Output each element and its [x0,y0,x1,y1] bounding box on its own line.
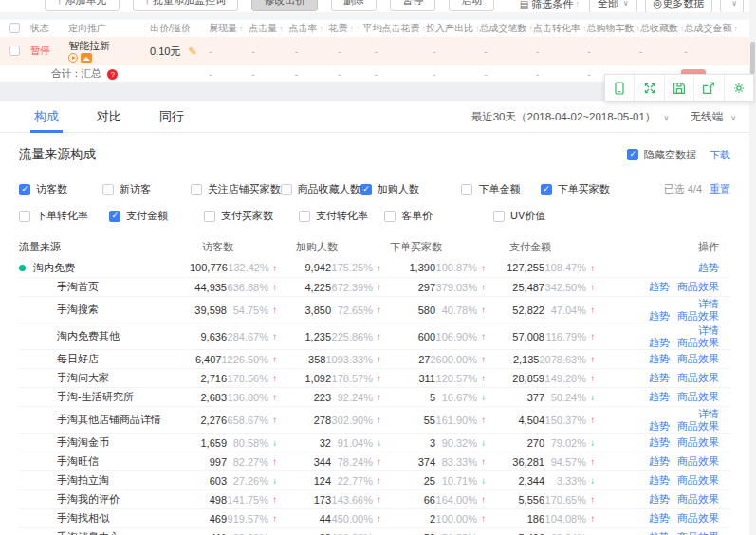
settings-gear-icon[interactable] [725,75,753,101]
traffic-source-name[interactable]: 手淘我的评价 [19,492,190,507]
action-link[interactable]: 商品效果 [677,436,719,448]
reset-link[interactable]: 重置 [710,183,730,194]
metric-filter-2[interactable]: 新访客 [102,182,191,196]
checkbox-checked-icon[interactable] [109,211,120,222]
traffic-source-name[interactable]: 手淘-生活研究所 [19,390,190,404]
help-icon[interactable]: ? [107,69,118,80]
mobile-preview-icon[interactable] [605,75,635,101]
traffic-source-name[interactable]: 每日好店 [19,352,190,366]
share-icon[interactable] [694,75,724,101]
campaign-name[interactable]: 智能拉新 [68,40,150,51]
checkbox-icon[interactable] [461,184,472,195]
action-link[interactable]: 趋势 [649,281,670,292]
action-link[interactable]: 趋势 [649,337,670,348]
terminal-selector[interactable]: 无线端 ∨ [690,110,736,124]
date-range-selector[interactable]: 最近30天（2018-04-02~2018-05-01） ∨ [471,110,670,124]
action-link[interactable]: 趋势 [649,474,670,486]
page-scrollbar-thumb[interactable] [750,42,755,74]
traffic-source-name[interactable]: 手淘旺信 [19,454,190,469]
metric-filter-5[interactable]: 客单价 [384,209,493,223]
checkbox-icon[interactable] [493,211,505,222]
traffic-source-name[interactable]: 淘内免费其他 [19,329,190,343]
action-link[interactable]: 商品效果 [677,512,719,524]
action-link[interactable]: 商品效果 [677,531,719,535]
row-checkbox[interactable] [9,46,20,56]
metric-filter-2[interactable]: 支付金额 [109,209,204,223]
traffic-source-name[interactable]: 手淘首页 [19,280,190,294]
action-link[interactable]: 商品效果 [677,391,719,402]
action-link[interactable]: 商品效果 [677,372,719,383]
traffic-source-name[interactable]: 手淘其他店铺商品详情 [19,413,190,427]
play-icon[interactable] [68,53,78,63]
action-link[interactable]: 详情 [698,408,719,419]
metric-filter-1[interactable]: 下单转化率 [19,209,109,223]
checkbox-icon[interactable] [19,211,30,222]
collapse-button[interactable]: ∨ [720,0,744,13]
sort-icon[interactable]: ↑ [350,24,355,33]
toolbar-button[interactable]: 修改出价 [251,0,318,11]
traffic-source-name[interactable]: 手淘消息中心 [19,530,190,535]
sort-icon[interactable]: ↑ [319,24,323,33]
checkbox-checked-icon[interactable] [19,184,30,195]
metric-filter-1[interactable]: 访客数 [19,182,102,196]
filter-dropdown[interactable]: 全部 ∨ [589,0,637,13]
action-link[interactable]: 趋势 [649,493,670,505]
more-data-button[interactable]: ◎ 更多数据 [645,0,713,13]
toolbar-button[interactable]: 启动 [449,0,494,11]
download-link[interactable]: 下载 [710,148,730,162]
action-link[interactable]: 商品效果 [677,353,719,364]
action-link[interactable]: 商品效果 [677,474,719,486]
metric-filter-6[interactable]: 下单金额 [461,182,540,196]
action-link[interactable]: 详情 [698,324,719,336]
filter-conditions-button[interactable]: ▤ 筛选条件 ↑ [520,0,580,13]
fullscreen-icon[interactable] [635,75,664,101]
action-link[interactable]: 趋势 [649,353,670,364]
action-link[interactable]: 商品效果 [677,455,719,467]
checkbox-icon[interactable] [204,211,215,222]
action-link[interactable]: 趋势 [649,531,670,535]
toolbar-button[interactable]: 删除 [331,0,377,11]
traffic-source-name[interactable]: 手淘淘金币 [19,435,190,450]
tab-peers[interactable]: 同行 [159,101,184,133]
checkbox-icon[interactable] [384,211,396,222]
metric-filter-5[interactable]: 加购人数 [360,182,462,196]
edit-icon[interactable]: ✎ [188,46,196,57]
action-link[interactable]: 商品效果 [677,493,719,505]
image-icon[interactable] [81,53,92,63]
metric-filter-3[interactable]: 支付买家数 [204,209,299,223]
tab-compare[interactable]: 对比 [97,101,121,133]
metric-filter-4[interactable]: 支付转化率 [299,209,384,223]
metric-filter-7[interactable]: 下单买家数 [541,182,664,196]
traffic-source-name[interactable]: 手淘问大家 [19,371,190,385]
sort-icon[interactable]: ↑ [733,24,738,33]
toolbar-button[interactable]: ↑ 批量添加监控词 [133,0,239,11]
checkbox-checked-icon[interactable] [360,184,372,195]
sort-icon[interactable]: ↑ [239,24,244,33]
metric-filter-3[interactable]: 关注店铺买家数 [191,182,281,196]
action-link[interactable]: 详情 [698,298,719,309]
action-link[interactable]: 趋势 [649,436,670,448]
hide-empty-checkbox[interactable] [627,149,638,160]
action-link[interactable]: 趋势 [649,372,670,383]
action-link[interactable]: 商品效果 [677,281,719,292]
checkbox-icon[interactable] [191,184,202,195]
checkbox-icon[interactable] [299,211,310,222]
select-all-checkbox[interactable] [9,23,20,33]
action-link[interactable]: 趋势 [698,262,719,273]
action-link[interactable]: 趋势 [649,391,670,402]
action-link[interactable]: 商品效果 [677,420,719,432]
tab-composition[interactable]: 构成 [34,101,59,133]
action-link[interactable]: 趋势 [649,455,670,467]
action-link[interactable]: 趋势 [649,512,670,524]
traffic-source-name[interactable]: 手淘找相似 [19,511,190,526]
toolbar-button[interactable]: ↑ 添加单元 [45,0,120,11]
metric-filter-6[interactable]: UV价值 [493,209,579,223]
action-link[interactable]: 趋势 [649,420,670,432]
save-icon[interactable] [665,75,694,101]
action-link[interactable]: 商品效果 [677,310,719,322]
metric-filter-4[interactable]: 商品收藏人数 [281,182,360,196]
toolbar-button[interactable]: 暂停 [390,0,435,11]
traffic-source-name[interactable]: 淘内免费 [19,261,190,275]
checkbox-icon[interactable] [281,184,292,195]
action-link[interactable]: 趋势 [649,310,670,322]
